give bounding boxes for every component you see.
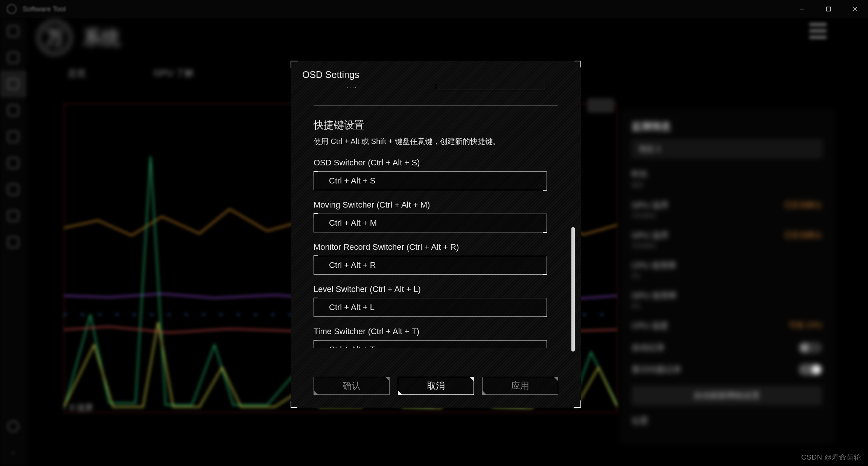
cancel-button[interactable]: 取消	[398, 377, 474, 395]
osd-settings-dialog: OSD Settings ‥‥ 快捷键设置 使用 Ctrl + Alt 或 Sh…	[291, 61, 581, 408]
partial-field-box[interactable]	[436, 84, 545, 90]
osd-switcher-label: OSD Switcher (Ctrl + Alt + S)	[314, 158, 558, 168]
time-switcher-input[interactable]	[314, 340, 547, 348]
ellipsis-icon: ‥‥	[347, 84, 357, 90]
section-divider	[314, 105, 558, 105]
moving-switcher-label: Moving Switcher (Ctrl + Alt + M)	[314, 200, 558, 210]
level-switcher-input[interactable]	[314, 298, 547, 317]
dialog-scrollbar[interactable]	[571, 115, 575, 351]
scrollbar-thumb[interactable]	[571, 227, 575, 351]
level-switcher-label: Level Switcher (Ctrl + Alt + L)	[314, 284, 558, 294]
hotkey-section-note: 使用 Ctrl + Alt 或 Shift + 键盘任意键，创建新的快捷键。	[314, 136, 558, 147]
hotkey-section-title: 快捷键设置	[314, 118, 558, 132]
watermark: CSDN @寿命齿轮	[801, 452, 861, 462]
apply-button[interactable]: 应用	[482, 377, 558, 395]
ok-button[interactable]: 确认	[314, 377, 390, 395]
time-switcher-label: Time Switcher (Ctrl + Alt + T)	[314, 327, 558, 336]
moving-switcher-input[interactable]	[314, 214, 547, 232]
osd-switcher-input[interactable]	[314, 171, 547, 190]
dialog-title: OSD Settings	[291, 61, 581, 84]
monitor-switcher-label: Monitor Record Switcher (Ctrl + Alt + R)	[314, 242, 558, 252]
monitor-switcher-input[interactable]	[314, 256, 547, 275]
